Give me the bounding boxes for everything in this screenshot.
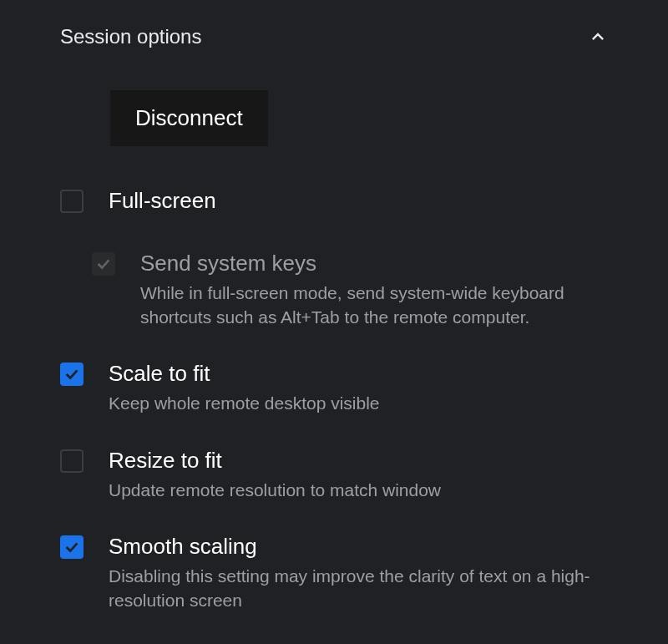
option-title: Scale to fit [109,361,635,387]
option-content: Resize to fit Update remote resolution t… [109,448,635,503]
smooth-scaling-checkbox[interactable] [60,535,84,559]
chevron-up-icon [586,25,610,48]
option-content: Scale to fit Keep whole remote desktop v… [109,361,635,416]
option-resize-to-fit: Resize to fit Update remote resolution t… [0,448,668,503]
option-title: Send system keys [140,251,635,276]
option-title: Full-screen [109,188,635,214]
send-system-keys-checkbox[interactable] [92,252,115,276]
checkmark-icon [63,538,81,556]
option-title: Resize to fit [109,448,635,474]
fullscreen-checkbox[interactable] [60,190,84,213]
option-smooth-scaling: Smooth scaling Disabling this setting ma… [0,534,668,612]
checkmark-icon [63,365,81,383]
option-desc: While in full-screen mode, send system-w… [140,281,635,329]
option-scale-to-fit: Scale to fit Keep whole remote desktop v… [0,361,668,416]
scale-to-fit-checkbox[interactable] [60,363,84,386]
option-content: Full-screen [109,188,635,219]
option-send-system-keys: Send system keys While in full-screen mo… [0,251,668,329]
option-desc: Keep whole remote desktop visible [109,392,635,415]
disconnect-button[interactable]: Disconnect [110,90,268,146]
option-content: Smooth scaling Disabling this setting ma… [109,534,635,612]
collapse-button[interactable] [586,25,610,48]
session-options-panel: Session options Disconnect Full-screen S… [0,0,668,612]
option-desc: Update remote resolution to match window [109,479,635,502]
panel-title: Session options [60,25,201,48]
checkmark-icon [94,255,113,273]
panel-header: Session options [0,25,668,48]
option-desc: Disabling this setting may improve the c… [109,565,635,612]
option-fullscreen: Full-screen [0,188,668,219]
resize-to-fit-checkbox[interactable] [60,449,84,473]
option-content: Send system keys While in full-screen mo… [140,251,635,329]
option-title: Smooth scaling [109,534,635,560]
